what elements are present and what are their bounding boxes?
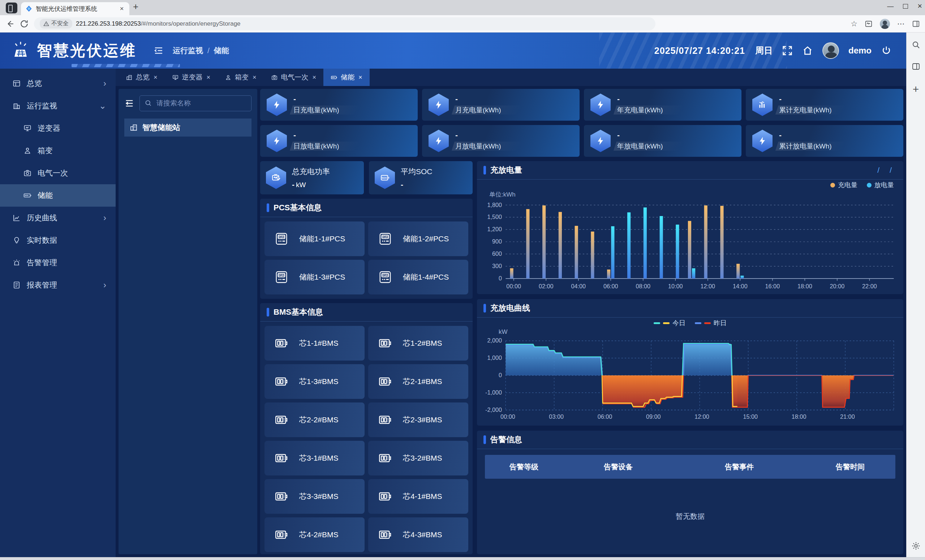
window-minimize-button[interactable]: —: [887, 3, 893, 10]
svg-text:03:00: 03:00: [549, 413, 564, 420]
bms-device-card[interactable]: 芯1-1#BMS: [265, 326, 365, 361]
user-avatar[interactable]: [823, 42, 839, 59]
sidebar-item[interactable]: 历史曲线 ›: [0, 207, 116, 229]
tab-close-icon[interactable]: ×: [207, 74, 211, 81]
page-tab[interactable]: 箱变 ×: [217, 69, 264, 86]
tab-close-icon[interactable]: ×: [253, 74, 256, 81]
svg-text:14:00: 14:00: [733, 283, 747, 289]
sidebar-item[interactable]: 实时数据: [0, 229, 116, 251]
page-tab[interactable]: 逆变器 ×: [165, 69, 218, 86]
bmsbattery-icon: [270, 332, 293, 354]
bms-device-card[interactable]: 芯1-3#BMS: [265, 364, 365, 399]
add-panel-icon[interactable]: +: [913, 84, 919, 95]
svg-text:DC|AC: DC|AC: [381, 274, 389, 277]
stat-card[interactable]: - 累计充电量(kWh): [746, 89, 903, 121]
tree-collapse-icon[interactable]: [124, 98, 134, 108]
pcs-device-card[interactable]: DC|AC 储能1-2#PCS: [368, 221, 468, 256]
breadcrumb-parent[interactable]: 运行监视: [173, 45, 203, 56]
inverter-icon: [172, 74, 179, 81]
sidebar-item[interactable]: 逆变器: [0, 117, 116, 140]
bms-device-card[interactable]: 芯4-2#BMS: [265, 517, 365, 552]
tree-node-station[interactable]: 智慧储能站: [124, 119, 252, 137]
bms-device-card[interactable]: 芯2-1#BMS: [368, 364, 468, 399]
bms-section-title: BMS基本信息: [274, 307, 323, 318]
back-button[interactable]: [5, 19, 14, 29]
bms-device-card[interactable]: 芯1-2#BMS: [368, 326, 468, 361]
bms-device-card[interactable]: 芯2-3#BMS: [368, 402, 468, 437]
stat-label: 累计充电量(kWh): [779, 105, 834, 114]
page-tab[interactable]: 储能 ×: [323, 69, 370, 86]
summary-card[interactable]: 总充电功率 -kW: [260, 161, 364, 194]
stat-card[interactable]: - 月充电量(kWh): [422, 89, 580, 121]
bookmark-star-icon[interactable]: ☆: [851, 20, 857, 28]
summary-card[interactable]: SOC 平均SOC -: [369, 161, 473, 194]
page-tab[interactable]: 总览 ×: [119, 69, 165, 86]
sidebar-item[interactable]: 报表管理 ›: [0, 274, 116, 296]
bms-device-card[interactable]: 芯4-1#BMS: [368, 479, 468, 514]
bms-device-name: 芯1-3#BMS: [299, 376, 339, 387]
home-icon[interactable]: [802, 45, 813, 56]
browser-essentials-icon[interactable]: [865, 20, 872, 28]
svg-text:06:00: 06:00: [598, 413, 612, 420]
svg-text:1,500: 1,500: [487, 214, 502, 220]
bms-device-card[interactable]: 芯3-1#BMS: [265, 441, 365, 476]
pcs-device-card[interactable]: DC|AC 储能1-4#PCS: [368, 260, 468, 295]
sidebar-item[interactable]: 告警管理: [0, 251, 116, 274]
svg-text:02:00: 02:00: [539, 283, 554, 289]
new-tab-button[interactable]: +: [133, 1, 139, 12]
sidebar-item[interactable]: 运行监视 ⌄: [0, 95, 116, 117]
username[interactable]: demo: [848, 45, 872, 56]
gear-icon[interactable]: [911, 541, 920, 551]
bms-device-card[interactable]: 芯2-2#BMS: [265, 402, 365, 437]
page-tab[interactable]: 电气一次 ×: [264, 69, 324, 86]
window-maximize-button[interactable]: [903, 4, 908, 9]
address-bar[interactable]: 不安全 221.226.253.198:20253/#/monitors/ope…: [34, 17, 655, 30]
bmsbattery-icon: [270, 409, 293, 431]
realtime-icon: [12, 236, 21, 245]
legend-dot: [867, 183, 872, 188]
stat-value: -: [455, 95, 503, 102]
browser-profile-avatar[interactable]: [880, 19, 890, 29]
stat-card[interactable]: - 年充电量(kWh): [584, 89, 741, 121]
stat-value: -: [455, 131, 503, 139]
tab-close-icon[interactable]: ×: [118, 5, 126, 13]
svg-text:12:00: 12:00: [695, 413, 709, 420]
reload-button[interactable]: [20, 19, 29, 29]
svg-text:09:00: 09:00: [646, 413, 661, 420]
bmsbattery-icon: [374, 332, 396, 354]
page-tab-label: 总览: [136, 72, 149, 82]
stat-card[interactable]: - 日放电量(kWh): [260, 125, 418, 157]
pcs-device-card[interactable]: DC|AC 储能1-3#PCS: [265, 260, 365, 295]
menu-collapse-icon[interactable]: [153, 45, 164, 56]
tab-close-icon[interactable]: ×: [359, 74, 362, 81]
browser-tab[interactable]: 智能光伏运维管理系统 ×: [21, 2, 130, 15]
sidebar-item[interactable]: 总览 ›: [0, 72, 116, 95]
svg-text:15:00: 15:00: [743, 413, 758, 420]
station-search-input[interactable]: [140, 95, 252, 111]
power-icon[interactable]: [881, 45, 892, 56]
tab-close-icon[interactable]: ×: [313, 74, 316, 81]
search-icon[interactable]: [911, 41, 920, 49]
bms-device-card[interactable]: 芯4-3#BMS: [368, 517, 468, 552]
sidebar-item[interactable]: 电气一次: [0, 162, 116, 184]
panels-icon[interactable]: [911, 62, 920, 71]
bms-device-card[interactable]: 芯3-2#BMS: [368, 441, 468, 476]
legend-item: 放电量: [867, 181, 894, 189]
bms-device-card[interactable]: 芯3-3#BMS: [265, 479, 365, 514]
bar-chart-legend: 充电量 放电量: [477, 179, 903, 190]
sidebar-item[interactable]: 储能: [0, 184, 116, 207]
sidebar-toggle-icon[interactable]: [912, 20, 920, 28]
tab-close-icon[interactable]: ×: [154, 74, 158, 81]
stat-card[interactable]: - 年放电量(kWh): [584, 125, 741, 157]
stat-value: -: [294, 131, 342, 139]
workspace-icon[interactable]: [6, 3, 17, 14]
sidebar-item[interactable]: 箱变: [0, 140, 116, 162]
stat-card[interactable]: - 累计放电量(kWh): [746, 125, 903, 157]
stat-card[interactable]: - 日充电量(kWh): [260, 89, 418, 121]
bms-device-name: 芯4-3#BMS: [403, 530, 442, 540]
window-close-button[interactable]: ×: [917, 2, 922, 11]
security-chip[interactable]: 不安全: [40, 19, 72, 29]
pcs-device-card[interactable]: DC|AC 储能1-1#PCS: [265, 221, 365, 256]
browser-menu-icon[interactable]: ⋯: [897, 20, 905, 28]
stat-card[interactable]: - 月放电量(kWh): [422, 125, 580, 157]
